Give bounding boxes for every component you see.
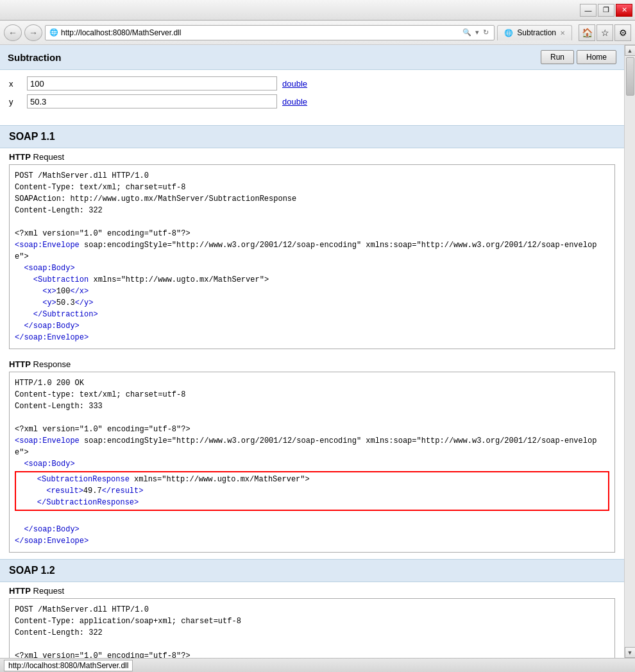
- field-y-input[interactable]: [27, 94, 277, 108]
- address-bar[interactable]: 🌐 http://localhost:8080/MathServer.dll 🔍…: [45, 25, 495, 40]
- favorites-toolbar-button[interactable]: ☆: [597, 24, 613, 41]
- soap12-header: SOAP 1.2: [0, 559, 624, 582]
- scroll-track[interactable]: [625, 56, 635, 647]
- browser-toolbar: ← → 🌐 http://localhost:8080/MathServer.d…: [0, 21, 635, 45]
- field-y-type[interactable]: double: [282, 97, 307, 107]
- forward-button[interactable]: →: [24, 24, 42, 41]
- page-title: Subtraction: [8, 52, 61, 63]
- soap12-request-box: POST /MathServer.dll HTTP/1.0 Content-Ty…: [9, 598, 615, 658]
- restore-button[interactable]: ❐: [598, 4, 614, 17]
- field-y-label: y: [9, 97, 22, 107]
- address-text: http://localhost:8080/MathServer.dll: [61, 28, 459, 37]
- field-x-row: x double: [9, 76, 615, 90]
- scrollbar: ▲ ▼: [624, 45, 635, 658]
- field-x-input[interactable]: [27, 76, 277, 90]
- field-x-type[interactable]: double: [282, 79, 307, 89]
- tab-icon: 🌐: [504, 29, 513, 37]
- field-y-row: y double: [9, 94, 615, 108]
- status-bar: http://localhost:8080/MathServer.dll: [0, 658, 635, 672]
- toolbar-right: 🏠 ☆ ⚙: [579, 24, 631, 41]
- status-url: http://localhost:8080/MathServer.dll: [4, 660, 133, 671]
- active-tab[interactable]: 🌐 Subtraction ✕: [497, 25, 572, 40]
- soap11-response-box: HTTP/1.0 200 OK Content-type: text/xml; …: [9, 372, 615, 553]
- scroll-up-button[interactable]: ▲: [625, 45, 636, 56]
- soap12-title: SOAP 1.2: [9, 565, 55, 576]
- home-button[interactable]: Home: [577, 50, 616, 64]
- scroll-thumb[interactable]: [626, 57, 634, 96]
- soap12-request-label: HTTP Request: [0, 582, 624, 598]
- tab-close-button[interactable]: ✕: [560, 30, 565, 37]
- close-button[interactable]: ✕: [616, 4, 632, 17]
- address-actions: 🔍 ▾ ↻: [461, 28, 490, 37]
- titlebar: — ❐ ✕: [0, 0, 635, 21]
- page-header: Subtraction Run Home: [0, 45, 624, 70]
- page-content: Subtraction Run Home x double y double: [0, 45, 624, 658]
- soap11-header: SOAP 1.1: [0, 125, 624, 148]
- page-inner: Subtraction Run Home x double y double: [0, 45, 624, 658]
- refresh-icon[interactable]: ↻: [482, 28, 490, 37]
- header-buttons: Run Home: [541, 50, 616, 64]
- run-button[interactable]: Run: [541, 50, 574, 64]
- back-button[interactable]: ←: [4, 24, 22, 41]
- browser-content: Subtraction Run Home x double y double: [0, 45, 635, 658]
- tab-label: Subtraction: [517, 28, 556, 37]
- home-toolbar-button[interactable]: 🏠: [579, 24, 595, 41]
- minimize-button[interactable]: —: [580, 4, 597, 17]
- form-section: x double y double: [0, 70, 624, 119]
- field-x-label: x: [9, 79, 22, 89]
- highlighted-response: <SubtractionResponse xmlns="http://www.u…: [15, 471, 609, 511]
- scroll-down-button[interactable]: ▼: [625, 647, 636, 658]
- soap11-response-label: HTTP Response: [0, 356, 624, 372]
- settings-toolbar-button[interactable]: ⚙: [614, 24, 631, 41]
- soap11-request-label: HTTP Request: [0, 148, 624, 164]
- dropdown-icon[interactable]: ▾: [474, 28, 480, 37]
- soap11-title: SOAP 1.1: [9, 131, 55, 142]
- soap11-request-box: POST /MathServer.dll HTTP/1.0 Content-Ty…: [9, 164, 615, 349]
- address-icon: 🌐: [49, 28, 58, 37]
- search-icon[interactable]: 🔍: [461, 28, 473, 37]
